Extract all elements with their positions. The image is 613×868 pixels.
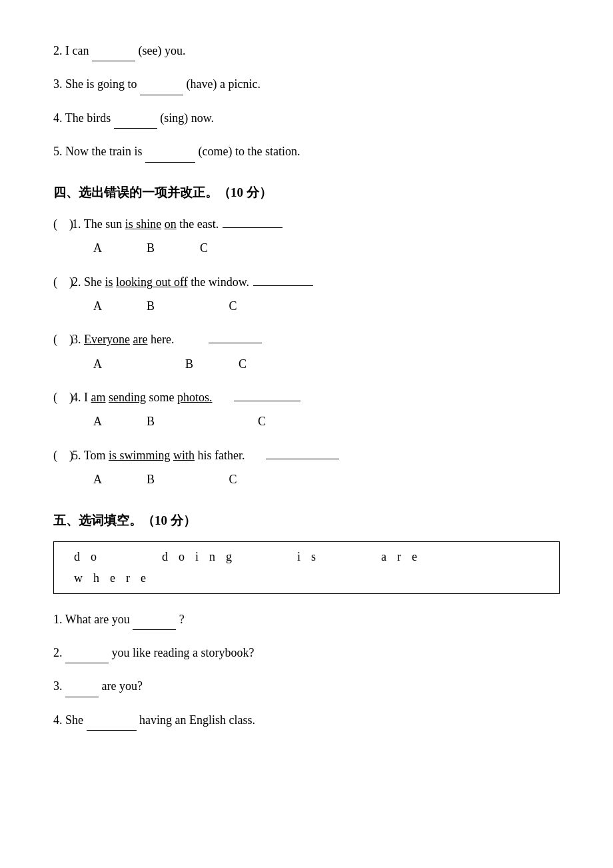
word-box-text: do doing is are where	[74, 550, 468, 585]
s5-q2-before: 2.	[53, 646, 65, 659]
s5-q1-after: ?	[179, 613, 185, 626]
section5-title: 五、选词填空。（10 分）	[53, 509, 560, 532]
s4-q4-blank	[234, 387, 301, 402]
s4-q3-blank	[209, 329, 262, 344]
q5-line: 5. Now the train is (come) to the statio…	[53, 141, 560, 162]
section4-title: 四、选出错误的一项并改正。（10 分）	[53, 181, 560, 204]
q2-hint: (see) you.	[138, 44, 185, 57]
section5: 五、选词填空。（10 分） do doing is are where 1. W…	[53, 509, 560, 731]
q2-blank	[92, 47, 135, 62]
q4-blank	[114, 115, 157, 129]
s4-q5-blank	[266, 445, 339, 459]
q5-num: 5. Now the train is	[53, 145, 145, 158]
q2-num: 2. I can	[53, 44, 92, 57]
word-box: do doing is are where	[53, 541, 560, 594]
s5-q3-line: 3. are you?	[53, 675, 560, 697]
s4-q1-paren: ( )	[53, 213, 68, 235]
q5-hint: (come) to the station.	[198, 145, 300, 158]
s5-q2-line: 2. you like reading a storybook?	[53, 642, 560, 663]
s4-q1-line: ( ) 1. The sun is shine on the east.	[53, 213, 560, 235]
q4-line: 4. The birds (sing) now.	[53, 107, 560, 129]
s4-q3-paren: ( )	[53, 329, 68, 350]
s4-q1-num: 1. The sun is shine on the east.	[72, 213, 219, 235]
q3-hint: (have) a picnic.	[187, 77, 261, 91]
q4-hint: (sing) now.	[160, 111, 214, 125]
s4-q1-abc: A B C	[93, 237, 560, 259]
q3-num: 3. She is going to	[53, 77, 140, 91]
s5-q1-text: 1. What are you	[53, 613, 133, 626]
s4-q3-abc: A B C	[93, 353, 560, 375]
section3-questions: 2. I can (see) you. 3. She is going to (…	[53, 40, 560, 163]
q2-line: 2. I can (see) you.	[53, 40, 560, 61]
s4-q5-line: ( ) 5. Tom is swimming with his father.	[53, 445, 560, 466]
s5-q4-blank	[87, 717, 137, 731]
s5-q4-before: 4. She	[53, 713, 87, 727]
s4-q3-line: ( ) 3. Everyone are here.	[53, 329, 560, 350]
s5-q3-blank	[65, 683, 99, 697]
s5-q4-after: having an English class.	[139, 713, 255, 727]
s4-q5-num: 5. Tom is swimming with his father.	[72, 445, 245, 466]
s5-q3-before: 3.	[53, 679, 65, 693]
s5-q2-after: you like reading a storybook?	[112, 646, 255, 659]
s5-q3-after: are you?	[102, 679, 143, 693]
q5-blank	[145, 148, 195, 163]
s4-q5-paren: ( )	[53, 445, 68, 466]
s5-q1-blank	[133, 615, 176, 630]
s4-q4-num: 4. I am sending some photos.	[72, 387, 213, 408]
s4-q4-abc: A B C	[93, 411, 560, 432]
section4: 四、选出错误的一项并改正。（10 分） ( ) 1. The sun is sh…	[53, 181, 560, 491]
s4-q2-line: ( ) 2. She is looking out off the window…	[53, 271, 560, 293]
s4-q4-line: ( ) 4. I am sending some photos.	[53, 387, 560, 408]
q3-line: 3. She is going to (have) a picnic.	[53, 73, 560, 95]
word-box-container: do doing is are where	[53, 541, 560, 601]
s4-q1-blank	[223, 213, 283, 228]
q3-blank	[140, 81, 183, 95]
s4-q2-blank	[253, 271, 313, 286]
s4-q3-num: 3. Everyone are here.	[72, 329, 174, 350]
q4-num: 4. The birds	[53, 111, 114, 125]
s4-q5-abc: A B C	[93, 469, 560, 490]
s5-q1-line: 1. What are you ?	[53, 609, 560, 630]
s4-q4-paren: ( )	[53, 387, 68, 408]
s5-q2-blank	[65, 649, 109, 664]
s4-q2-num: 2. She is looking out off the window.	[72, 271, 249, 293]
s4-q2-abc: A B C	[93, 295, 560, 317]
s5-q4-line: 4. She having an English class.	[53, 709, 560, 731]
s4-q2-paren: ( )	[53, 271, 68, 293]
